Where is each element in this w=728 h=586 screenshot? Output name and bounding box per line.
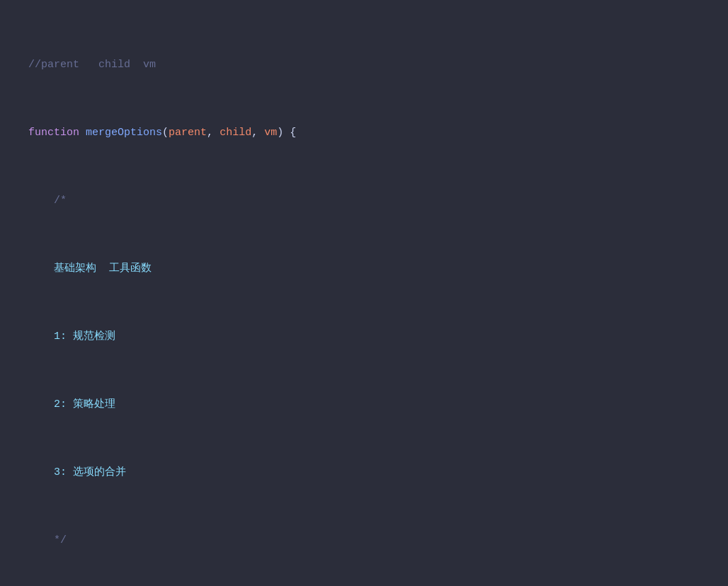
code-line-3: /* (28, 193, 714, 209)
code-line-4: 基础架构 工具函数 (28, 260, 714, 277)
code-line-7: 3: 选项的合并 (28, 464, 714, 481)
code-line-2: function mergeOptions(parent, child, vm)… (28, 125, 714, 142)
code-editor[interactable]: //parent child vm function mergeOptions(… (0, 0, 728, 586)
code-line-8: */ (28, 532, 714, 549)
code-line-1: //parent child vm (28, 57, 714, 74)
code-line-6: 2: 策略处理 (28, 396, 714, 413)
code-line-5: 1: 规范检测 (28, 328, 714, 345)
